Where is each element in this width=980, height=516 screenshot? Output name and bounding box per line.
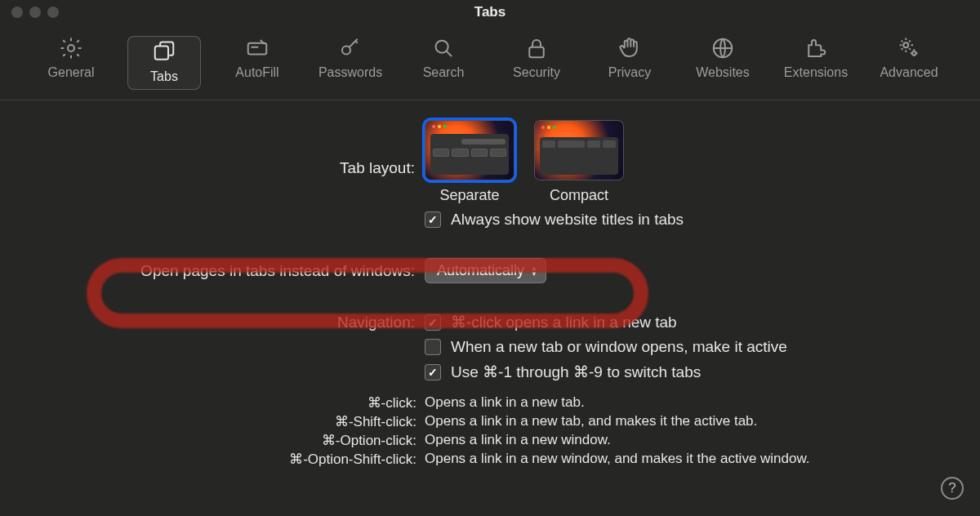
tabs-icon: [152, 40, 176, 64]
checkbox-label: Use ⌘-1 through ⌘-9 to switch tabs: [451, 363, 701, 381]
lock-icon: [524, 36, 549, 60]
tab-label: General: [48, 65, 95, 80]
tab-general[interactable]: General: [34, 36, 108, 90]
shortcut-desc: Opens a link in a new window.: [425, 432, 980, 449]
tab-label: Security: [513, 65, 560, 80]
checkbox-activate-new[interactable]: [425, 339, 441, 355]
gears-icon: [897, 36, 921, 60]
svg-rect-5: [529, 47, 544, 58]
hand-icon: [617, 36, 642, 60]
autofill-icon: [245, 36, 270, 60]
tab-layout-thumb-compact: [534, 120, 624, 180]
tab-privacy[interactable]: Privacy: [593, 36, 666, 90]
tab-advanced[interactable]: Advanced: [872, 36, 946, 90]
tab-layout-option-label: Compact: [550, 187, 608, 204]
checkbox-label: ⌘-click opens a link in a new tab: [451, 313, 677, 331]
preferences-toolbar: General Tabs AutoFill Passwords Search S…: [0, 24, 980, 100]
shortcut-desc: Opens a link in a new tab, and makes it …: [425, 413, 980, 430]
svg-point-7: [903, 42, 908, 47]
svg-point-3: [342, 47, 350, 55]
tab-layout-thumb-separate: [425, 120, 514, 180]
shortcut-key: ⌘-Option-Shift-click:: [0, 451, 425, 468]
navigation-label: Navigation:: [0, 314, 425, 331]
tab-layout-option-separate[interactable]: Separate: [425, 120, 514, 204]
checkbox-label: When a new tab or window opens, make it …: [451, 338, 787, 356]
svg-point-0: [68, 45, 74, 51]
help-button[interactable]: ?: [941, 477, 964, 500]
tab-label: Passwords: [318, 65, 382, 80]
checkbox-label: Always show website titles in tabs: [451, 211, 684, 229]
window-title: Tabs: [0, 4, 980, 20]
open-pages-label: Open pages in tabs instead of windows:: [0, 262, 425, 280]
shortcut-key: ⌘-click:: [0, 394, 425, 411]
svg-rect-2: [248, 43, 267, 55]
select-value: Automatically: [437, 262, 524, 279]
svg-rect-1: [155, 47, 168, 60]
shortcut-key: ⌘-Shift-click:: [0, 413, 425, 430]
puzzle-icon: [804, 36, 828, 60]
tab-label: Advanced: [880, 65, 938, 80]
tab-label: AutoFill: [235, 65, 278, 80]
titlebar: Tabs: [0, 0, 980, 24]
shortcut-desc: Opens a link in a new window, and makes …: [425, 451, 980, 468]
tab-label: Tabs: [150, 69, 178, 84]
open-pages-select[interactable]: Automatically ▲▼: [425, 258, 546, 283]
search-icon: [431, 36, 456, 60]
tab-passwords[interactable]: Passwords: [314, 36, 387, 90]
shortcut-desc: Opens a link in a new tab.: [425, 394, 980, 411]
checkbox-cmd-click-new-tab[interactable]: [425, 314, 441, 331]
tab-layout-label: Tab layout:: [0, 120, 425, 177]
tab-label: Search: [423, 65, 465, 80]
tab-layout-option-compact[interactable]: Compact: [534, 120, 624, 204]
checkbox-always-show-titles[interactable]: [425, 211, 441, 228]
shortcut-key: ⌘-Option-click:: [0, 432, 425, 449]
shortcut-help-row: ⌘-Option-Shift-click: Opens a link in a …: [0, 451, 980, 468]
tab-tabs[interactable]: Tabs: [127, 36, 201, 90]
shortcut-help-row: ⌘-click: Opens a link in a new tab.: [0, 394, 980, 411]
tab-layout-option-label: Separate: [439, 187, 499, 204]
globe-icon: [710, 36, 735, 60]
shortcut-help-row: ⌘-Option-click: Opens a link in a new wi…: [0, 432, 980, 449]
tab-search[interactable]: Search: [407, 36, 480, 90]
svg-point-4: [436, 41, 448, 53]
key-icon: [338, 36, 363, 60]
tab-label: Extensions: [784, 65, 848, 80]
chevron-up-down-icon: ▲▼: [531, 265, 537, 277]
gear-icon: [59, 36, 83, 60]
tab-websites[interactable]: Websites: [686, 36, 760, 90]
tab-security[interactable]: Security: [500, 36, 573, 90]
tab-extensions[interactable]: Extensions: [779, 36, 853, 90]
svg-point-8: [912, 51, 916, 56]
checkbox-cmd-number-switch[interactable]: [425, 364, 441, 380]
tab-label: Websites: [696, 65, 750, 80]
tab-autofill[interactable]: AutoFill: [220, 36, 294, 90]
shortcut-help-row: ⌘-Shift-click: Opens a link in a new tab…: [0, 413, 980, 430]
preferences-body: Tab layout: Separate: [0, 100, 980, 468]
tab-label: Privacy: [608, 65, 651, 80]
